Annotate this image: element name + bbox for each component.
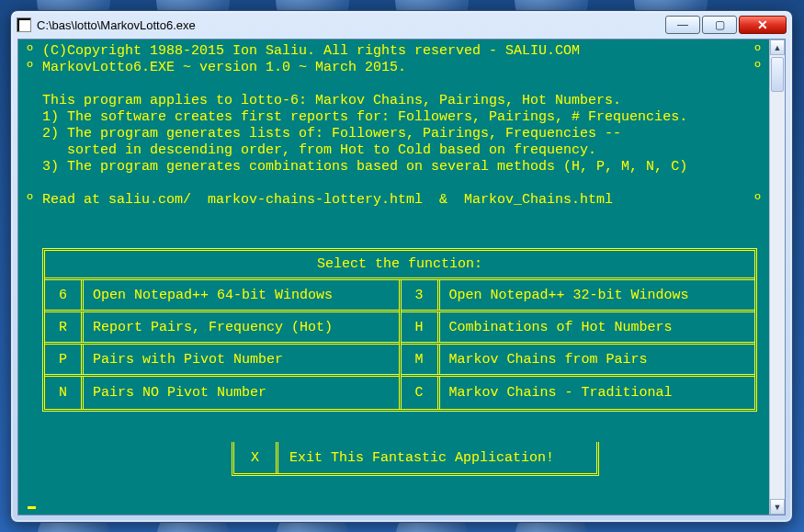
scroll-track[interactable] <box>770 55 785 499</box>
menu-key: N <box>45 377 84 409</box>
minimize-icon: — <box>677 18 688 31</box>
menu-key: X <box>234 442 278 473</box>
menu-label: Combinations of Hot Numbers <box>440 320 755 335</box>
version-line: MarkovLotto6.EXE ~ version 1.0 ~ March 2… <box>42 60 406 75</box>
menu-label: Markov Chains - Traditional <box>440 385 755 401</box>
menu-key: 6 <box>45 280 84 310</box>
scroll-down-button[interactable]: ▼ <box>770 499 785 515</box>
menu-label: Open Notepad++ 32-bit Windows <box>440 288 755 303</box>
window-buttons: — ▢ ✕ <box>663 16 787 34</box>
point2b-line: sorted in descending order, from Hot to … <box>42 142 596 158</box>
menu-key: P <box>45 345 84 374</box>
minimize-button[interactable]: — <box>665 16 700 34</box>
menu-key: C <box>402 377 440 409</box>
close-button[interactable]: ✕ <box>739 16 787 34</box>
menu-item-c[interactable]: C Markov Chains - Traditional <box>402 377 755 409</box>
menu-key: 3 <box>402 280 440 310</box>
menu-key: M <box>402 345 440 374</box>
window-icon <box>17 17 31 32</box>
menu-label: Exit This Fantastic Application! <box>278 450 596 466</box>
scroll-thumb[interactable] <box>771 57 784 92</box>
maximize-button[interactable]: ▢ <box>702 16 737 34</box>
maximize-icon: ▢ <box>715 18 725 31</box>
menu-item-6[interactable]: 6 Open Notepad++ 64-bit Windows <box>45 280 399 312</box>
menu-item-3[interactable]: 3 Open Notepad++ 32-bit Windows <box>402 280 755 312</box>
window-title: C:\bas\lotto\MarkovLotto6.exe <box>37 18 658 32</box>
text-cursor <box>28 506 36 509</box>
menu-label: Markov Chains from Pairs <box>440 352 755 368</box>
menu-item-exit[interactable]: X Exit This Fantastic Application! <box>232 442 599 476</box>
close-icon: ✕ <box>757 17 768 32</box>
point1-line: 1) The software creates first reports fo… <box>42 109 687 125</box>
readat-line: Read at saliu.com/ markov-chains-lottery… <box>42 192 613 208</box>
scroll-up-button[interactable]: ▲ <box>770 40 785 55</box>
intro-line: This program applies to lotto-6: Markov … <box>42 93 621 108</box>
menu-key: H <box>402 312 440 342</box>
menu-box: Select the function: 6 Open Notepad++ 64… <box>42 248 757 412</box>
copyright-line: (C)Copyright 1988-2015 Ion Saliu. All ri… <box>42 43 580 59</box>
menu-item-n[interactable]: N Pairs NO Pivot Number <box>45 377 399 409</box>
titlebar[interactable]: C:\bas\lotto\MarkovLotto6.exe — ▢ ✕ <box>11 11 792 39</box>
menu-item-m[interactable]: M Markov Chains from Pairs <box>402 345 755 377</box>
menu-key: R <box>45 312 84 342</box>
console-client-area: º (C)Copyright 1988-2015 Ion Saliu. All … <box>17 39 786 515</box>
chevron-down-icon: ▼ <box>774 503 782 512</box>
point3-line: 3) The program generates combinations ba… <box>42 159 687 175</box>
menu-col-right: 3 Open Notepad++ 32-bit Windows H Combin… <box>402 280 755 409</box>
menu-label: Pairs NO Pivot Number <box>84 385 399 401</box>
menu-col-left: 6 Open Notepad++ 64-bit Windows R Report… <box>45 280 402 409</box>
chevron-up-icon: ▲ <box>774 43 782 52</box>
menu-title: Select the function: <box>45 251 754 280</box>
point2a-line: 2) The program generates lists of: Follo… <box>42 126 621 141</box>
menu-label: Pairs with Pivot Number <box>84 352 399 368</box>
menu-item-r[interactable]: R Report Pairs, Frequency (Hot) <box>45 312 399 345</box>
app-window: C:\bas\lotto\MarkovLotto6.exe — ▢ ✕ º (C… <box>10 10 793 523</box>
vertical-scrollbar[interactable]: ▲ ▼ <box>769 40 785 515</box>
menu-label: Open Notepad++ 64-bit Windows <box>84 288 399 303</box>
menu-label: Report Pairs, Frequency (Hot) <box>84 320 399 335</box>
menu-item-h[interactable]: H Combinations of Hot Numbers <box>402 312 755 345</box>
menu-item-p[interactable]: P Pairs with Pivot Number <box>45 345 399 377</box>
